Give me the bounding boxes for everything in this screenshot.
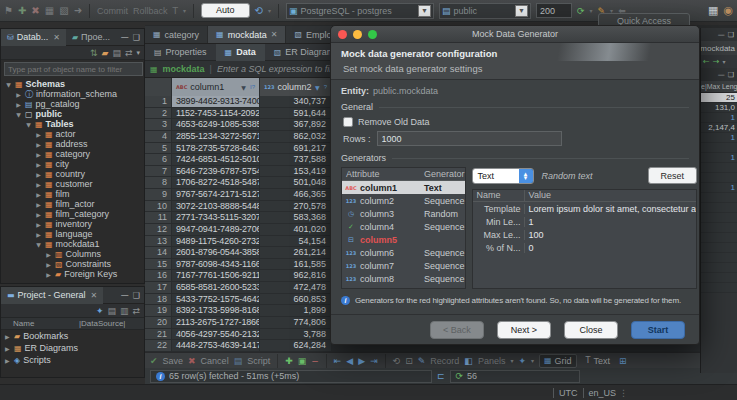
calc-panel-icon[interactable]: ⊞ <box>619 356 627 366</box>
column-name[interactable]: Name <box>1 319 79 328</box>
max-length-cell[interactable] <box>701 223 737 233</box>
link-icon[interactable]: ✦ <box>96 306 104 316</box>
open-sql-icon[interactable]: ▧ <box>59 5 68 16</box>
grid-cell-column2[interactable]: 660,853 <box>260 294 332 305</box>
tx-mode-icon[interactable]: T <box>173 6 179 16</box>
grid-cell-column2[interactable]: 691,217 <box>260 143 332 154</box>
project-item-er-diagrams[interactable]: ▶ ▦ ER Diagrams <box>1 342 144 354</box>
refresh-dropdown[interactable]: ▾ <box>268 7 271 14</box>
row-number[interactable]: 10 <box>145 201 172 212</box>
tab-database-navigator[interactable]: ⛁ Datab... ✕ <box>1 29 66 46</box>
max-length-cell[interactable]: 1 <box>701 113 737 123</box>
grid-cell-column1[interactable]: 2771-7343-5115-3207 <box>172 212 260 223</box>
row-number[interactable]: 18 <box>145 294 172 305</box>
expand-arrow-icon[interactable]: ▶ <box>45 251 52 258</box>
grid-cell-column1[interactable]: 9489-1175-4260-2732 <box>172 236 260 247</box>
tab-projects[interactable]: ▰ Прое... <box>66 29 116 46</box>
column1-header[interactable]: ABC column1 ▼ I? <box>172 78 260 96</box>
grid-cell-column2[interactable]: 737,588 <box>260 154 332 165</box>
tree-item-city[interactable]: ▶▦city <box>1 159 144 169</box>
expand-arrow-icon[interactable]: ▶ <box>35 131 42 138</box>
navigate-icon[interactable]: ➜ <box>74 5 82 16</box>
row-number[interactable]: 13 <box>145 236 172 247</box>
first-page-icon[interactable]: ⇤ <box>334 356 342 366</box>
name-column-header[interactable]: Name <box>473 190 525 201</box>
grid-cell-column2[interactable]: 583,368 <box>260 212 332 223</box>
grid-cell-column1[interactable]: 4653-6249-1085-5385 <box>172 119 260 130</box>
last-page-icon[interactable]: ⇥ <box>370 356 378 366</box>
grid-cell-column2[interactable]: 591,644 <box>260 108 332 119</box>
max-length-cell[interactable] <box>701 233 737 243</box>
maximize-icon[interactable]: ❑ <box>728 71 734 79</box>
chevron-down-icon[interactable]: ▼ <box>418 5 431 17</box>
max-length-cell[interactable]: 25 <box>701 93 737 103</box>
close-icon[interactable]: ✕ <box>53 33 60 42</box>
subtab-properties[interactable]: ▤ Properties <box>145 44 216 61</box>
expand-arrow-icon[interactable]: ▶ <box>35 151 42 158</box>
subtab-data[interactable]: ▦ Data <box>216 44 265 61</box>
column2-header[interactable]: 123 column2 ▼ ? <box>260 78 332 96</box>
chevron-down-icon[interactable]: ▼ <box>515 5 528 17</box>
row-number[interactable]: 4 <box>145 131 172 142</box>
sql-editor-icon[interactable]: ▦ <box>45 5 54 16</box>
row-number[interactable]: 22 <box>145 340 172 351</box>
value-column-header[interactable]: Value <box>525 190 551 201</box>
grid-cell-column1[interactable]: 4448-2753-4639-1417 <box>172 340 260 351</box>
grid-cell-column1[interactable]: 2113-2675-1727-1866 <box>172 317 260 328</box>
panels-icon[interactable]: ◧ <box>464 356 473 366</box>
max-length-cell[interactable] <box>701 173 737 183</box>
tree-item-tables[interactable]: ▼▦Tables <box>1 119 144 129</box>
tx-mode-dropdown[interactable]: ▾ <box>183 7 186 14</box>
text-view-toggle[interactable]: T Text <box>582 354 614 368</box>
column-datasource[interactable]: |DataSource| <box>79 319 125 328</box>
row-number[interactable]: 11 <box>145 212 172 223</box>
row-number[interactable]: 21 <box>145 329 172 340</box>
panels-dropdown[interactable]: ▾ <box>510 357 513 364</box>
navigator-filter-input[interactable] <box>4 62 143 76</box>
grid-cell-column2[interactable]: 962,816 <box>260 270 332 281</box>
expand-arrow-icon[interactable]: ▶ <box>35 171 42 178</box>
max-length-cell[interactable] <box>701 263 737 273</box>
maximize-icon[interactable]: ❑ <box>133 291 140 300</box>
sync-icon[interactable]: ⇅ <box>90 48 98 58</box>
refresh-rows-dropdown[interactable]: ▾ <box>590 7 593 14</box>
collapse-arrow-icon[interactable]: ▼ <box>35 241 42 248</box>
tree-item-actor[interactable]: ▶▦actor <box>1 129 144 139</box>
duplicate-row-icon[interactable]: ▣ <box>298 356 307 366</box>
rollback-button[interactable]: Rollback <box>133 6 168 16</box>
close-button[interactable]: Close <box>564 321 618 339</box>
row-number[interactable]: 6 <box>145 154 172 165</box>
row-number[interactable]: 15 <box>145 259 172 270</box>
attribute-column-header[interactable]: Attribute <box>342 169 424 179</box>
max-length-cell[interactable]: 2,147,4 <box>701 123 737 133</box>
max-length-cell[interactable] <box>701 213 737 223</box>
panels-button[interactable]: Panels <box>478 356 506 366</box>
minimize-icon[interactable]: — <box>718 71 725 79</box>
expand-arrow-icon[interactable]: ▶ <box>35 161 42 168</box>
grid-cell-column2[interactable]: 367,892 <box>260 119 332 130</box>
property-row[interactable]: % of N...0 <box>473 241 697 254</box>
max-length-cell[interactable]: 1 <box>701 133 737 143</box>
save-button[interactable]: Save <box>163 356 184 366</box>
grid-cell-column1[interactable]: 3899-4462-9313-7400 <box>172 96 260 107</box>
property-row[interactable]: TemplateLorem ipsum dolor sit amet, cons… <box>473 202 697 215</box>
grid-cell-column1[interactable]: 4056-4297-5540-2132 <box>172 329 260 340</box>
grid-cell-column2[interactable]: 466,365 <box>260 189 332 200</box>
max-length-cell[interactable] <box>701 273 737 283</box>
close-icon[interactable]: ✕ <box>91 291 98 300</box>
expand-arrow-icon[interactable]: ▶ <box>45 271 52 278</box>
property-row[interactable]: Min Le...1 <box>473 215 697 228</box>
grid-cell-column1[interactable]: 8392-1733-5998-8168 <box>172 305 260 316</box>
tab-project-general[interactable]: ▬ Project - General ✕ <box>1 287 103 304</box>
tree-item-language[interactable]: ▶▦language <box>1 229 144 239</box>
row-number[interactable]: 7 <box>145 166 172 177</box>
maximize-icon[interactable]: ❑ <box>728 31 734 39</box>
grid-cell-column2[interactable]: 3,788 <box>260 329 332 340</box>
property-value[interactable]: 1 <box>525 217 697 227</box>
row-number[interactable]: 20 <box>145 317 172 328</box>
project-item-scripts[interactable]: ▶ ◈ Scripts <box>1 354 144 366</box>
expand-arrow-icon[interactable]: ▶ <box>35 231 42 238</box>
tree-item-mockdata1[interactable]: ▼▦mockdata1 <box>1 239 144 249</box>
add-row-icon[interactable]: ✚ <box>285 356 293 366</box>
next-page-icon[interactable]: ▶ <box>358 356 365 366</box>
